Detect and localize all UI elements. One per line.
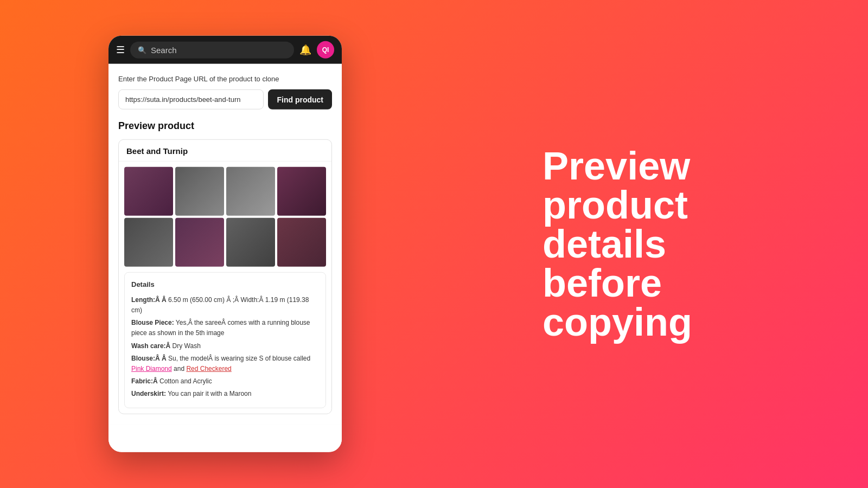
blouse-and: and [174,365,186,373]
url-input[interactable] [118,89,264,110]
blouse-label: Blouse:Â Â [131,354,167,362]
product-card: Beet and Turnip Details Length:Â [118,139,332,414]
preview-section-title: Preview product [118,120,332,132]
bell-icon[interactable]: 🔔 [299,44,311,56]
pink-diamond-link[interactable]: Pink Diamond [131,365,172,373]
length-label: Length:Â Â [131,296,167,304]
tagline-line3: details [542,222,666,266]
tagline-line4: before [542,261,662,305]
url-label: Enter the Product Page URL of the produc… [118,75,332,83]
product-image-4 [277,167,326,216]
fabric-value: Cotton and Acrylic [159,377,212,385]
navbar: ☰ 🔍 Search 🔔 QI [108,36,342,64]
fabric-label: Fabric:Â [131,377,158,385]
product-image-6 [175,218,224,267]
tagline-line5: copying [542,300,692,344]
product-image-2 [175,167,224,216]
product-image-grid [119,162,331,272]
main-content: Enter the Product Page URL of the produc… [108,64,342,425]
product-image-7 [226,218,275,267]
url-row: Find product [118,89,332,110]
detail-length: Length:Â Â 6.50 m (650.00 cm) Â ;Â Width… [131,295,319,316]
search-text: Search [151,45,286,54]
product-details-box: Details Length:Â Â 6.50 m (650.00 cm) Â … [124,272,326,408]
wash-care-value: Dry Wash [173,342,201,349]
product-image-5 [124,218,173,267]
detail-wash-care: Wash care:Â Dry Wash [131,341,319,351]
search-bar[interactable]: 🔍 Search [130,41,294,58]
underskirt-value: You can pair it with a Maroon [168,390,251,397]
details-heading: Details [131,279,319,291]
product-image-3 [226,167,275,216]
search-icon: 🔍 [138,46,146,54]
underskirt-label: Underskirt: [131,390,166,397]
find-product-button[interactable]: Find product [268,89,332,110]
red-checkered-link[interactable]: Red Checkered [186,365,231,373]
detail-fabric: Fabric:Â Cotton and Acrylic [131,376,319,387]
product-image-1 [124,167,173,216]
right-tagline: Preview product details before copying [542,146,825,342]
avatar[interactable]: QI [317,41,334,59]
product-name: Beet and Turnip [119,140,331,162]
tagline-line1: Preview [542,144,690,188]
tagline-line2: product [542,183,688,227]
phone-screen: ☰ 🔍 Search 🔔 QI Enter the Product Page U… [108,36,342,452]
phone-mockup: ☰ 🔍 Search 🔔 QI Enter the Product Page U… [108,36,342,452]
detail-blouse-piece: Blouse Piece: Yes,Â the sareeÂ comes wit… [131,318,319,338]
product-image-8 [277,218,326,267]
hamburger-icon[interactable]: ☰ [116,44,125,56]
bottom-area [108,425,342,452]
wash-care-label: Wash care:Â [131,342,170,349]
blouse-value: Su, the modelÂ is wearing size S of blou… [168,354,310,362]
blouse-piece-label: Blouse Piece: [131,319,174,326]
detail-underskirt: Underskirt: You can pair it with a Maroo… [131,389,319,399]
detail-blouse: Blouse:Â Â Su, the modelÂ is wearing siz… [131,353,319,374]
